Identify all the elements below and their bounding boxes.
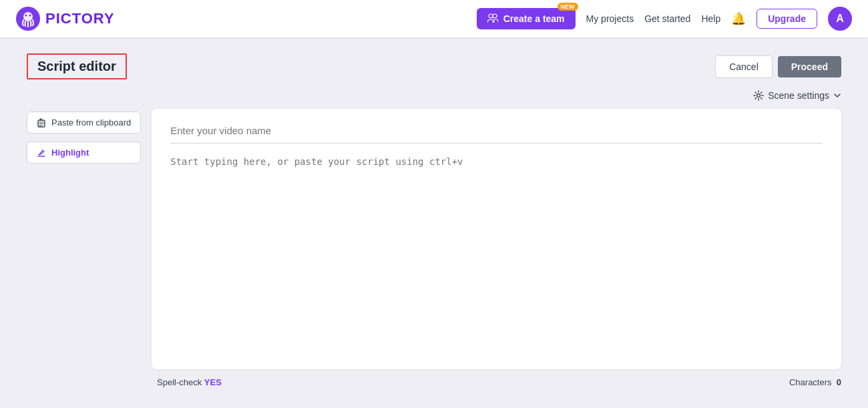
create-team-button[interactable]: Create a team NEW — [477, 8, 576, 29]
header-right: Create a team NEW My projects Get starte… — [477, 7, 852, 31]
clipboard-icon — [37, 118, 46, 128]
help-link[interactable]: Help — [701, 13, 720, 24]
cancel-button[interactable]: Cancel — [715, 55, 773, 78]
get-started-link[interactable]: Get started — [644, 13, 690, 24]
spell-check-area: Spell-check YES — [157, 377, 222, 387]
highlight-icon — [37, 148, 46, 158]
main-content: Script editor Cancel Proceed Scene setti… — [0, 37, 868, 403]
char-count-value: 0 — [837, 377, 841, 387]
scene-settings-button[interactable]: Scene settings — [753, 90, 841, 101]
page-title: Script editor — [27, 53, 127, 79]
app-header: PICTORY Create a team NEW My projects Ge… — [0, 0, 868, 37]
editor-footer: Spell-check YES Characters 0 — [27, 377, 841, 387]
upgrade-button[interactable]: Upgrade — [756, 9, 817, 29]
my-projects-link[interactable]: My projects — [586, 13, 634, 24]
logo-icon — [16, 7, 40, 31]
svg-point-2 — [25, 15, 27, 17]
svg-point-4 — [757, 94, 761, 97]
svg-point-1 — [23, 12, 33, 21]
character-count: Characters 0 — [789, 377, 841, 387]
header-actions: Cancel Proceed — [715, 55, 841, 78]
editor-area: Paste from clipboard Highlight — [27, 109, 841, 369]
video-name-input[interactable] — [170, 125, 823, 144]
notifications-icon[interactable]: 🔔 — [731, 11, 746, 26]
spell-check-toggle[interactable]: YES — [204, 377, 222, 387]
sidebar-tools: Paste from clipboard Highlight — [27, 109, 152, 369]
team-icon — [487, 13, 498, 24]
gear-icon — [753, 90, 764, 101]
user-avatar[interactable]: A — [828, 7, 852, 31]
editor-card — [152, 109, 841, 369]
page-header: Script editor Cancel Proceed — [27, 53, 841, 79]
highlight-button[interactable]: Highlight — [27, 142, 141, 164]
svg-point-3 — [29, 15, 31, 17]
new-badge: NEW — [558, 3, 578, 11]
logo-text: PICTORY — [45, 10, 115, 27]
scene-settings-row: Scene settings — [27, 90, 841, 101]
chevron-down-icon — [833, 91, 841, 99]
proceed-button[interactable]: Proceed — [778, 56, 841, 77]
script-textarea[interactable] — [170, 154, 823, 353]
logo: PICTORY — [16, 7, 115, 31]
paste-from-clipboard-button[interactable]: Paste from clipboard — [27, 112, 141, 134]
